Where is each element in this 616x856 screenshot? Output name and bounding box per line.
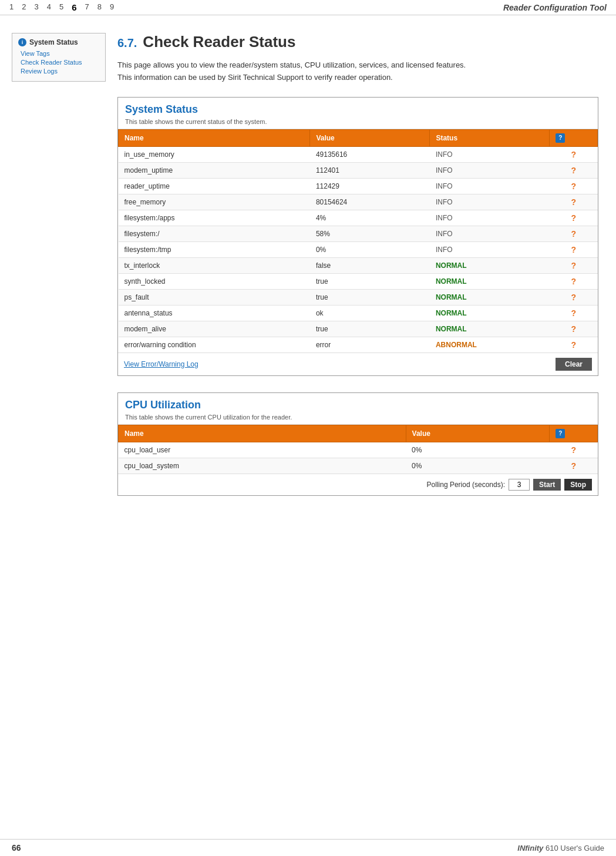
cell-help: ?: [550, 226, 598, 241]
page-title: Reader Configuration Tool: [503, 3, 607, 12]
row-help-icon[interactable]: ?: [569, 213, 578, 223]
cell-help: ?: [550, 305, 598, 321]
row-help-icon[interactable]: ?: [569, 445, 578, 455]
sidebar-box: i System Status View Tags Check Reader S…: [12, 33, 106, 82]
polling-footer: Polling Period (seconds): Start Stop: [118, 474, 598, 495]
start-button[interactable]: Start: [533, 479, 561, 491]
cell-status: INFO: [430, 162, 550, 178]
cell-help: ?: [550, 458, 598, 474]
nav-item-8[interactable]: 8: [97, 2, 102, 12]
cell-value: 80154624: [310, 194, 430, 210]
cell-help: ?: [550, 289, 598, 305]
cell-help: ?: [550, 178, 598, 194]
row-help-icon[interactable]: ?: [569, 293, 578, 302]
cell-value: true: [310, 289, 430, 305]
cell-name: cpu_load_system: [119, 458, 406, 474]
nav-item-6[interactable]: 6: [72, 2, 76, 12]
cpu-table-header-row: Name Value ?: [119, 425, 598, 442]
cell-value: 112401: [310, 162, 430, 178]
sidebar-item-check-reader[interactable]: Check Reader Status: [21, 59, 99, 66]
nav-item-3[interactable]: 3: [34, 2, 38, 12]
cell-value: error: [310, 337, 430, 353]
cpu-table-header: CPU Utilization This table shows the cur…: [118, 393, 598, 425]
row-help-icon[interactable]: ?: [569, 245, 578, 254]
page-number: 66: [12, 843, 21, 852]
row-help-icon[interactable]: ?: [569, 197, 578, 207]
polling-input[interactable]: [509, 479, 530, 491]
cell-name: in_use_memory: [119, 146, 310, 162]
system-table-footer: View Error/Warning Log Clear: [118, 353, 598, 375]
cell-name: ps_fault: [119, 289, 310, 305]
nav-item-7[interactable]: 7: [85, 2, 89, 12]
nav-item-9[interactable]: 9: [110, 2, 114, 12]
col-header-status: Status: [430, 129, 550, 146]
clear-button[interactable]: Clear: [556, 358, 592, 371]
cell-help: ?: [550, 257, 598, 273]
table-row: tx_interlock false NORMAL ?: [119, 257, 598, 273]
header-help-icon[interactable]: ?: [556, 133, 565, 143]
main-content: i System Status View Tags Check Reader S…: [0, 15, 616, 530]
sidebar: i System Status View Tags Check Reader S…: [12, 33, 106, 512]
footer-brand: INfinity 610 User's Guide: [517, 844, 604, 852]
col-header-name: Name: [119, 129, 310, 146]
system-status-desc: This table shows the current status of t…: [125, 118, 591, 125]
view-log-link[interactable]: View Error/Warning Log: [124, 360, 198, 368]
nav-item-5[interactable]: 5: [59, 2, 63, 12]
bottom-bar: 66 INfinity 610 User's Guide: [0, 839, 616, 856]
system-status-header: System Status This table shows the curre…: [118, 98, 598, 129]
row-help-icon[interactable]: ?: [569, 308, 578, 318]
nav-numbers: 1 2 3 4 5 6 7 8 9: [9, 2, 114, 12]
system-status-table: System Status This table shows the curre…: [117, 97, 598, 376]
row-help-icon[interactable]: ?: [569, 261, 578, 270]
cell-value: false: [310, 257, 430, 273]
row-help-icon[interactable]: ?: [569, 182, 578, 191]
system-table-header-row: Name Value Status ?: [119, 129, 598, 146]
cpu-data-table: Name Value ? cpu_load_user 0% ? cpu_load…: [118, 425, 598, 474]
row-help-icon[interactable]: ?: [569, 461, 578, 471]
cell-name: free_memory: [119, 194, 310, 210]
cell-value: true: [310, 273, 430, 289]
cell-value: 112429: [310, 178, 430, 194]
cell-value: ok: [310, 305, 430, 321]
cpu-table-desc: This table shows the current CPU utiliza…: [125, 414, 591, 421]
row-help-icon[interactable]: ?: [569, 277, 578, 286]
cell-help: ?: [550, 442, 598, 458]
row-help-icon[interactable]: ?: [569, 166, 578, 175]
table-row: filesystem:/ 58% INFO ?: [119, 226, 598, 241]
cell-help: ?: [550, 337, 598, 353]
cell-status: INFO: [430, 210, 550, 226]
cpu-utilization-table: CPU Utilization This table shows the cur…: [117, 392, 598, 496]
row-help-icon[interactable]: ?: [569, 340, 578, 350]
sidebar-item-review-logs[interactable]: Review Logs: [21, 68, 99, 75]
row-help-icon[interactable]: ?: [569, 324, 578, 334]
cell-name: synth_locked: [119, 273, 310, 289]
cell-status: INFO: [430, 194, 550, 210]
cell-status: INFO: [430, 146, 550, 162]
nav-item-2[interactable]: 2: [22, 2, 26, 12]
cpu-header-help-icon[interactable]: ?: [556, 429, 565, 438]
col-header-help: ?: [550, 129, 598, 146]
cell-help: ?: [550, 273, 598, 289]
cell-value: 0%: [310, 241, 430, 257]
nav-item-1[interactable]: 1: [9, 2, 14, 12]
cell-name: filesystem:/: [119, 226, 310, 241]
table-row: free_memory 80154624 INFO ?: [119, 194, 598, 210]
nav-item-4[interactable]: 4: [47, 2, 51, 12]
polling-label: Polling Period (seconds):: [427, 481, 505, 489]
section-title: Check Reader Status: [143, 33, 295, 51]
row-help-icon[interactable]: ?: [569, 150, 578, 159]
sidebar-item-view-tags[interactable]: View Tags: [21, 50, 99, 57]
stop-button[interactable]: Stop: [564, 479, 592, 491]
row-help-icon[interactable]: ?: [569, 229, 578, 239]
table-row: modem_alive true NORMAL ?: [119, 321, 598, 337]
table-row: ps_fault true NORMAL ?: [119, 289, 598, 305]
cell-value: true: [310, 321, 430, 337]
cell-status: NORMAL: [430, 321, 550, 337]
cell-name: cpu_load_user: [119, 442, 406, 458]
table-row: antenna_status ok NORMAL ?: [119, 305, 598, 321]
cell-status: NORMAL: [430, 289, 550, 305]
table-row: reader_uptime 112429 INFO ?: [119, 178, 598, 194]
table-row: cpu_load_user 0% ?: [119, 442, 598, 458]
info-icon: i: [18, 38, 26, 46]
cell-help: ?: [550, 194, 598, 210]
